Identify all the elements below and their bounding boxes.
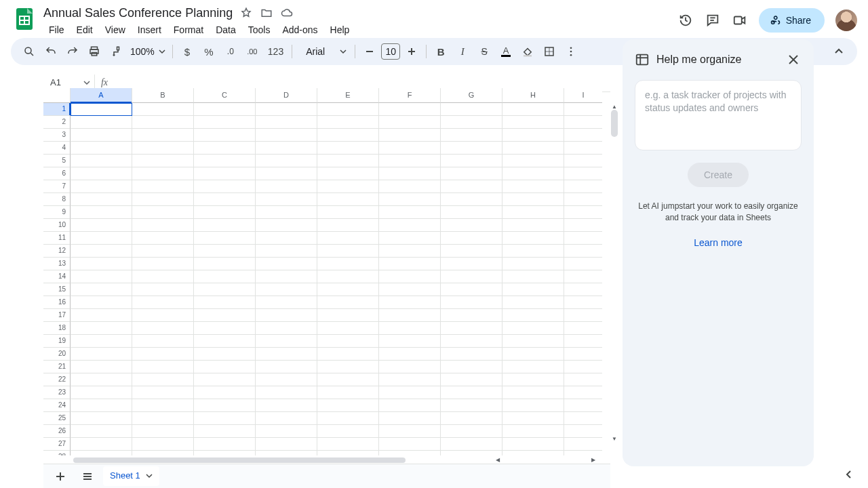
currency-icon[interactable]: $ — [177, 41, 197, 62]
cell[interactable] — [317, 412, 379, 425]
row-header[interactable]: 13 — [43, 258, 71, 270]
cell[interactable] — [317, 206, 379, 219]
cell[interactable] — [502, 322, 564, 335]
star-icon[interactable] — [239, 6, 253, 20]
meet-icon[interactable] — [732, 12, 748, 28]
cell[interactable] — [441, 116, 502, 129]
cell[interactable] — [256, 386, 317, 399]
cell[interactable] — [564, 322, 602, 335]
cell[interactable] — [71, 335, 132, 348]
cell[interactable] — [379, 283, 441, 296]
menu-insert[interactable]: Insert — [132, 22, 167, 38]
cell[interactable] — [379, 425, 441, 438]
cell[interactable] — [564, 283, 602, 296]
cell[interactable] — [132, 258, 194, 270]
column-header[interactable]: A — [71, 88, 132, 103]
cell[interactable] — [564, 103, 602, 116]
cell[interactable] — [564, 386, 602, 399]
cell[interactable] — [317, 335, 379, 348]
cell[interactable] — [317, 283, 379, 296]
cell[interactable] — [256, 206, 317, 219]
cell[interactable] — [194, 283, 256, 296]
cell[interactable] — [132, 361, 194, 373]
cell[interactable] — [194, 451, 256, 455]
cell[interactable] — [256, 193, 317, 206]
cell[interactable] — [441, 296, 502, 309]
cell[interactable] — [502, 386, 564, 399]
row-header[interactable]: 7 — [43, 180, 71, 193]
cell[interactable] — [132, 155, 194, 167]
cell[interactable] — [502, 348, 564, 361]
cell[interactable] — [379, 103, 441, 116]
cell[interactable] — [379, 232, 441, 245]
cell[interactable] — [502, 373, 564, 386]
cell[interactable] — [194, 322, 256, 335]
cell[interactable] — [256, 270, 317, 283]
cell[interactable] — [256, 399, 317, 412]
cell[interactable] — [194, 103, 256, 116]
font-size-input[interactable]: 10 — [381, 43, 400, 60]
column-header[interactable]: D — [256, 88, 317, 103]
cell[interactable] — [441, 335, 502, 348]
cell[interactable] — [502, 129, 564, 142]
cell[interactable] — [379, 451, 441, 455]
cell[interactable] — [379, 348, 441, 361]
cell[interactable] — [441, 245, 502, 258]
cell[interactable] — [132, 425, 194, 438]
menu-edit[interactable]: Edit — [71, 22, 98, 38]
cell[interactable] — [132, 399, 194, 412]
row-header[interactable]: 16 — [43, 296, 71, 309]
add-sheet-icon[interactable] — [49, 466, 72, 487]
cell[interactable] — [379, 270, 441, 283]
cell[interactable] — [132, 129, 194, 142]
cell[interactable] — [256, 438, 317, 451]
cell[interactable] — [194, 386, 256, 399]
sheets-app-icon[interactable] — [11, 5, 38, 33]
cell[interactable] — [194, 167, 256, 180]
cell[interactable] — [194, 116, 256, 129]
cell[interactable] — [564, 309, 602, 322]
cell[interactable] — [379, 412, 441, 425]
cell[interactable] — [132, 309, 194, 322]
cell[interactable] — [132, 296, 194, 309]
cell[interactable] — [441, 322, 502, 335]
cell[interactable] — [379, 116, 441, 129]
cell[interactable] — [502, 258, 564, 270]
cell[interactable] — [256, 180, 317, 193]
cell[interactable] — [71, 129, 132, 142]
cell[interactable] — [564, 348, 602, 361]
cell[interactable] — [256, 296, 317, 309]
row-header[interactable]: 21 — [43, 361, 71, 373]
cell[interactable] — [71, 142, 132, 155]
cell[interactable] — [502, 180, 564, 193]
cell[interactable] — [194, 438, 256, 451]
cell[interactable] — [441, 373, 502, 386]
cell[interactable] — [564, 373, 602, 386]
cell[interactable] — [379, 193, 441, 206]
column-header[interactable]: I — [564, 88, 602, 103]
cell[interactable] — [71, 373, 132, 386]
row-header[interactable]: 27 — [43, 438, 71, 451]
cell[interactable] — [194, 232, 256, 245]
comments-icon[interactable] — [705, 12, 721, 28]
row-header[interactable]: 2 — [43, 116, 71, 129]
cell[interactable] — [317, 129, 379, 142]
cell[interactable] — [256, 155, 317, 167]
vertical-scrollbar[interactable]: ▲ ▼ — [610, 103, 618, 442]
cell[interactable] — [379, 322, 441, 335]
cell[interactable] — [564, 142, 602, 155]
cell[interactable] — [564, 451, 602, 455]
cell[interactable] — [441, 103, 502, 116]
cell[interactable] — [317, 103, 379, 116]
cell[interactable] — [564, 193, 602, 206]
font-size-decrease-icon[interactable] — [359, 41, 380, 62]
cell[interactable] — [564, 245, 602, 258]
cell[interactable] — [502, 142, 564, 155]
cell[interactable] — [71, 116, 132, 129]
cell[interactable] — [564, 270, 602, 283]
font-family-select[interactable]: Arial — [296, 41, 351, 62]
cell[interactable] — [317, 270, 379, 283]
row-header[interactable]: 25 — [43, 412, 71, 425]
cell[interactable] — [441, 309, 502, 322]
cell[interactable] — [71, 399, 132, 412]
